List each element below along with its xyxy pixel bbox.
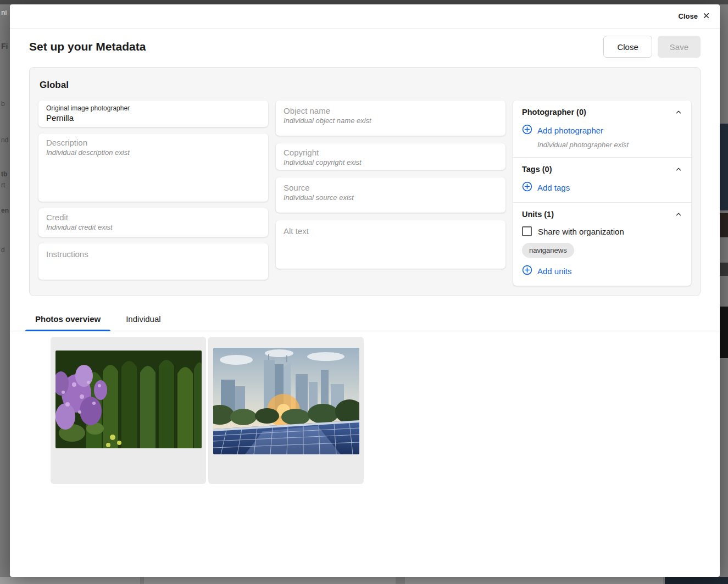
share-with-organization-checkbox[interactable] bbox=[522, 226, 532, 236]
object-name-field[interactable]: Object name Individual object name exist bbox=[276, 101, 505, 136]
add-tags-label: Add tags bbox=[537, 183, 570, 192]
chevron-up-icon[interactable] bbox=[675, 108, 682, 116]
credit-field[interactable]: Credit Individual credit exist bbox=[38, 208, 268, 237]
global-section-title: Global bbox=[40, 80, 691, 91]
metadata-modal: Close Set up your Metadata Close Save Gl… bbox=[10, 4, 720, 577]
unit-chip: naviganews bbox=[522, 243, 574, 258]
copyright-field[interactable]: Copyright Individual copyright exist bbox=[276, 143, 505, 170]
save-button[interactable]: Save bbox=[658, 36, 701, 58]
background-text-fragment: rt bbox=[1, 181, 5, 189]
top-close-button[interactable]: Close bbox=[679, 12, 710, 21]
chevron-up-icon[interactable] bbox=[675, 165, 682, 173]
background-thumbnail bbox=[720, 213, 728, 237]
alt-text-field[interactable]: Alt text bbox=[276, 220, 505, 269]
plus-circle-icon bbox=[522, 124, 532, 137]
top-close-label: Close bbox=[679, 12, 698, 20]
tab-photos-overview[interactable]: Photos overview bbox=[25, 308, 110, 331]
background-text-fragment: ni bbox=[1, 9, 7, 16]
field-label: Copyright bbox=[284, 148, 498, 157]
background-text-fragment: tb bbox=[1, 170, 7, 178]
description-field[interactable]: Description Individual description exist bbox=[38, 134, 268, 202]
background-text-fragment: Fi bbox=[1, 42, 8, 51]
page-title: Set up your Metadata bbox=[29, 40, 146, 53]
photos-overview-grid bbox=[10, 331, 720, 484]
close-x-icon bbox=[703, 12, 710, 21]
units-section: Units (1) Share with organization naviga… bbox=[513, 202, 691, 286]
field-placeholder: Individual credit exist bbox=[46, 223, 260, 231]
photo-card-lilac[interactable] bbox=[51, 337, 206, 484]
add-units-button[interactable]: Add units bbox=[522, 265, 682, 277]
share-with-organization-label: Share with organization bbox=[538, 227, 624, 236]
photographer-section-title: Photographer (0) bbox=[522, 108, 586, 116]
background-text-fragment: en bbox=[1, 207, 9, 214]
field-placeholder: Individual source exist bbox=[284, 193, 498, 202]
background-text-fragment: d bbox=[1, 246, 5, 254]
background-thumbnail bbox=[720, 263, 728, 276]
add-photographer-button[interactable]: Add photographer bbox=[522, 124, 682, 137]
field-label: Alt text bbox=[284, 226, 498, 236]
add-photographer-label: Add photographer bbox=[537, 126, 603, 135]
original-photographer-field[interactable]: Original image photographer Pernilla bbox=[38, 101, 268, 127]
background-text-fragment: nd bbox=[1, 136, 8, 144]
plus-circle-icon bbox=[522, 181, 532, 194]
modal-header: Set up your Metadata Close Save bbox=[10, 29, 720, 65]
tags-section-title: Tags (0) bbox=[522, 165, 552, 174]
photo-card-solar[interactable] bbox=[208, 337, 364, 484]
background-thumbnail bbox=[720, 307, 728, 358]
close-button[interactable]: Close bbox=[603, 36, 652, 58]
field-label: Source bbox=[284, 183, 498, 192]
lilac-conifer-photo bbox=[55, 351, 202, 448]
global-section: Global Original image photographer Perni… bbox=[29, 67, 701, 296]
metadata-side-panel: Photographer (0) Add photographer Indivi… bbox=[513, 101, 691, 286]
background-text-fragment: b bbox=[1, 100, 5, 108]
field-value: Pernilla bbox=[46, 113, 260, 123]
plus-circle-icon bbox=[522, 265, 532, 277]
field-label: Original image photographer bbox=[46, 104, 260, 112]
background-thumbnail bbox=[720, 124, 728, 210]
photos-tabs: Photos overview Individual bbox=[10, 308, 720, 331]
tags-section: Tags (0) Add tags bbox=[513, 157, 691, 202]
solar-city-photo bbox=[213, 348, 359, 454]
photographer-helper-text: Individual photographer exist bbox=[537, 141, 682, 149]
source-field[interactable]: Source Individual source exist bbox=[276, 177, 505, 213]
field-placeholder: Individual description exist bbox=[46, 148, 260, 157]
units-section-title: Units (1) bbox=[522, 210, 554, 219]
field-label: Object name bbox=[284, 106, 498, 115]
field-label: Description bbox=[46, 138, 260, 147]
instructions-field[interactable]: Instructions bbox=[38, 243, 268, 280]
chevron-up-icon[interactable] bbox=[675, 210, 682, 218]
photographer-section: Photographer (0) Add photographer Indivi… bbox=[513, 101, 691, 157]
field-placeholder: Individual object name exist bbox=[284, 116, 498, 125]
field-label: Instructions bbox=[46, 249, 260, 259]
tab-individual[interactable]: Individual bbox=[116, 308, 170, 331]
add-tags-button[interactable]: Add tags bbox=[522, 181, 682, 194]
background-bottom-strip bbox=[0, 577, 728, 584]
field-placeholder: Individual copyright exist bbox=[284, 158, 498, 166]
background-top-band bbox=[0, 0, 728, 4]
modal-topbar: Close bbox=[10, 4, 720, 29]
add-units-label: Add units bbox=[537, 266, 572, 276]
field-label: Credit bbox=[46, 213, 260, 222]
